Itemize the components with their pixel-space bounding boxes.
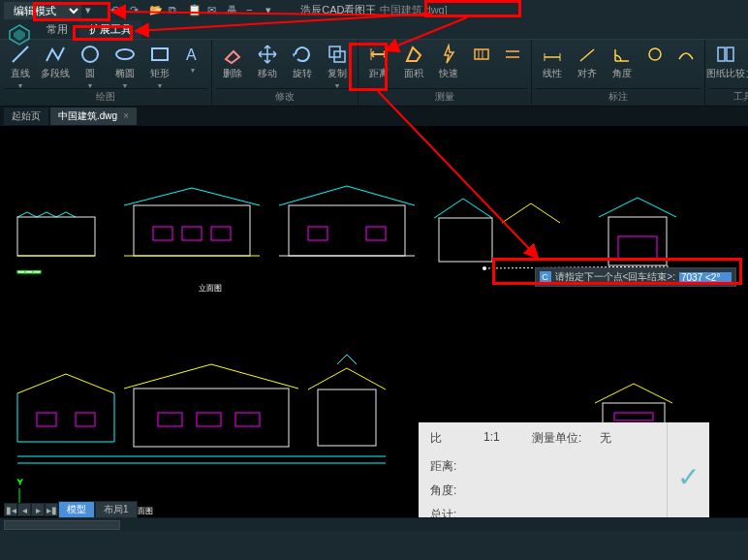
dim-icon xyxy=(471,44,492,65)
close-tab-icon[interactable]: × xyxy=(123,110,129,121)
ellipse-button[interactable]: 椭圆▼ xyxy=(109,42,141,88)
mode-combo[interactable]: 编辑模式 xyxy=(4,2,81,19)
svg-rect-37 xyxy=(439,218,492,262)
tab-model[interactable]: 模型 xyxy=(58,501,95,518)
svg-rect-34 xyxy=(289,205,405,256)
document-tabs: 起始页 中国建筑.dwg× xyxy=(0,107,748,126)
svg-rect-24 xyxy=(727,47,733,61)
copy-button[interactable]: 复制▼ xyxy=(321,42,354,88)
aligned-dim-icon xyxy=(577,44,598,65)
app-logo-icon xyxy=(8,23,31,47)
svg-point-4 xyxy=(116,49,134,59)
redo-icon[interactable]: ↷ xyxy=(130,4,143,17)
polyline-button[interactable]: 多段线 xyxy=(39,42,72,88)
horizontal-scrollbar[interactable] xyxy=(0,517,748,531)
line-icon xyxy=(10,44,31,65)
dropdown-icon[interactable]: ▾ xyxy=(85,4,99,17)
svg-rect-40 xyxy=(37,413,56,426)
svg-text:Y: Y xyxy=(17,478,23,486)
compare-button[interactable]: 图纸比较 xyxy=(709,42,742,88)
confirm-button[interactable]: ✓ xyxy=(667,422,709,531)
measure-more-button1[interactable] xyxy=(467,42,496,88)
svg-marker-12 xyxy=(407,47,421,61)
aligned-dim-button[interactable]: 对齐 xyxy=(571,42,604,88)
svg-rect-38 xyxy=(608,217,667,265)
measure-more-button2[interactable] xyxy=(498,42,527,88)
mail-icon[interactable]: ✉ xyxy=(207,4,221,17)
svg-rect-26 xyxy=(17,217,95,256)
doctab-start[interactable]: 起始页 xyxy=(4,108,48,125)
svg-rect-36 xyxy=(366,227,386,240)
quick-access-toolbar: 编辑模式 ▾ ↶ ↷ 📂 ⧉ 📋 ✉ 🖶 − ▾ 浩辰CAD看图王 中国建筑.d… xyxy=(0,0,748,21)
drawing-canvas[interactable]: ▬▬▬ xyxy=(0,126,748,531)
section-label-1: 立面图 xyxy=(199,284,222,293)
ribbon-group-modify: 删除 移动 旋转 复制▼ 修改 xyxy=(212,40,358,106)
linear-dim-button[interactable]: 线性 xyxy=(536,42,569,88)
text-button[interactable]: A▼ xyxy=(178,42,207,88)
svg-text:A: A xyxy=(186,47,197,63)
unit-label: 测量单位: xyxy=(532,430,600,447)
tab-first-icon[interactable]: ▮◂ xyxy=(4,503,17,516)
copy-icon[interactable]: ⧉ xyxy=(169,4,182,17)
move-button[interactable]: 移动 xyxy=(251,42,284,88)
area-button[interactable]: 面积 xyxy=(397,42,430,88)
delete-button[interactable]: 删除 xyxy=(216,42,249,88)
svg-rect-42 xyxy=(134,389,289,447)
window-title: 浩辰CAD看图王 中国建筑.dwg] xyxy=(300,3,448,17)
paste-icon[interactable]: 📋 xyxy=(188,4,202,17)
svg-point-53 xyxy=(483,266,486,270)
textbox-button[interactable]: F文字套 xyxy=(744,42,748,88)
angle-dim-button[interactable]: 角度 xyxy=(606,42,639,88)
annot-more1[interactable] xyxy=(640,42,670,88)
doctab-file[interactable]: 中国建筑.dwg× xyxy=(50,108,137,125)
ribbon-group-draw: 直线▼ 多段线 圆▼ 椭圆▼ 矩形▼ A▼ 绘图 xyxy=(0,40,212,106)
svg-rect-31 xyxy=(153,227,172,240)
svg-rect-44 xyxy=(197,413,221,426)
text-icon: A xyxy=(182,44,203,65)
erase-icon xyxy=(222,44,243,65)
tab-common[interactable]: 常用 xyxy=(37,20,78,39)
svg-point-3 xyxy=(82,47,98,62)
circle-button[interactable]: 圆▼ xyxy=(74,42,107,88)
distance-button[interactable]: 距离 xyxy=(362,42,395,88)
svg-marker-1 xyxy=(14,29,25,41)
tab-prev-icon[interactable]: ◂ xyxy=(17,503,31,516)
minus-icon[interactable]: − xyxy=(246,4,260,17)
circle-icon xyxy=(79,44,101,65)
more-icon[interactable]: ▾ xyxy=(265,4,279,17)
svg-point-22 xyxy=(649,48,661,60)
area-icon xyxy=(403,44,424,65)
scroll-thumb[interactable] xyxy=(4,520,120,530)
svg-text:▬▬▬: ▬▬▬ xyxy=(17,266,41,275)
rotate-button[interactable]: 旋转 xyxy=(286,42,319,88)
angle-label: 角度: xyxy=(430,482,483,499)
ratio-value: 1:1 xyxy=(483,430,532,447)
svg-rect-43 xyxy=(158,413,182,426)
tab-layout1[interactable]: 布局1 xyxy=(95,501,138,518)
print-icon[interactable]: 🖶 xyxy=(227,4,240,17)
undo-icon[interactable]: ↶ xyxy=(110,4,124,17)
rect-button[interactable]: 矩形▼ xyxy=(143,42,176,88)
quick-button[interactable]: 快速 xyxy=(432,42,465,88)
svg-rect-35 xyxy=(308,227,327,240)
ribbon: 直线▼ 多段线 圆▼ 椭圆▼ 矩形▼ A▼ 绘图 删除 移动 旋转 复制▼ 修改… xyxy=(0,39,748,107)
ribbon-group-annot: 线性 对齐 角度 标注 xyxy=(532,40,705,106)
line-button[interactable]: 直线▼ xyxy=(4,42,37,88)
svg-rect-13 xyxy=(475,49,488,59)
ribbon-tabs: 常用 扩展工具 xyxy=(0,21,748,39)
group-label-annot: 标注 xyxy=(536,88,701,105)
group-label-measure: 测量 xyxy=(362,88,527,105)
leader-icon xyxy=(644,44,666,65)
duplicate-icon xyxy=(327,44,348,65)
prompt-input[interactable] xyxy=(679,272,732,283)
svg-rect-48 xyxy=(614,413,653,420)
tab-next-icon[interactable]: ▸ xyxy=(31,503,45,516)
group-label-draw: 绘图 xyxy=(4,88,207,105)
annot-more2[interactable] xyxy=(671,42,701,88)
dist-label: 距离: xyxy=(430,458,483,475)
svg-rect-5 xyxy=(152,48,168,60)
tab-last-icon[interactable]: ▸▮ xyxy=(45,503,58,516)
ratio-label: 比 xyxy=(430,430,483,447)
tab-ext-tools[interactable]: 扩展工具 xyxy=(79,20,141,39)
open-icon[interactable]: 📂 xyxy=(149,4,163,17)
